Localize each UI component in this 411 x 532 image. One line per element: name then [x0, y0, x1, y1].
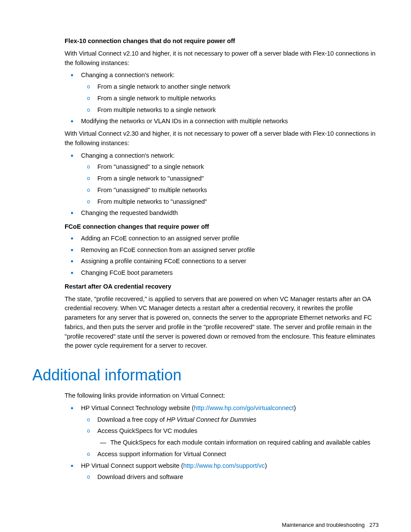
link-virtualconnect[interactable]: http://www.hp.com/go/virtualconnect: [194, 404, 294, 411]
heading-restart-oa: Restart after OA credential recovery: [65, 282, 379, 292]
list-item: Removing an FCoE connection from an assi…: [65, 246, 379, 255]
list-item-text: ): [294, 404, 296, 411]
content-block: Flex-10 connection changes that do not r…: [65, 37, 379, 351]
paragraph: With Virtual Connect v2.30 and higher, i…: [65, 129, 379, 148]
sublist: From a single network to another single …: [81, 82, 379, 115]
list-item-text: ): [265, 462, 267, 469]
section-title-additional-info: Additional information: [32, 364, 379, 387]
list-item-text: Changing a connection's network:: [81, 152, 174, 159]
list-item: Download a free copy of HP Virtual Conne…: [81, 415, 379, 425]
heading-flex10-no-poweroff: Flex-10 connection changes that do not r…: [65, 37, 379, 46]
sublist: Download drivers and software: [81, 473, 379, 482]
list-item: From a single network to multiple networ…: [81, 94, 379, 103]
list: Changing a connection's network: From "u…: [65, 151, 379, 218]
sublist: From "unassigned" to a single network Fr…: [81, 162, 379, 206]
italic-text: HP Virtual Connect for Dummies: [166, 416, 256, 423]
list-item: Changing a connection's network: From a …: [65, 71, 379, 115]
list-item-text: Download a free copy of: [97, 416, 166, 423]
list-item-text: Changing a connection's network:: [81, 72, 174, 78]
list-item: Modifying the networks or VLAN IDs in a …: [65, 117, 379, 126]
list-item-text: HP Virtual Connect support website (: [81, 462, 183, 469]
list-item-text: Access QuickSpecs for VC modules: [97, 427, 197, 434]
paragraph: The following links provide information …: [65, 391, 379, 401]
list-item: Assigning a profile containing FCoE conn…: [65, 257, 379, 266]
list-item: HP Virtual Connect Technology website (h…: [65, 404, 379, 459]
list-item: HP Virtual Connect support website (http…: [65, 461, 379, 482]
list: Adding an FCoE connection to an assigned…: [65, 234, 379, 278]
heading-fcoe-poweroff: FCoE connection changes that require pow…: [65, 222, 379, 232]
paragraph: The state, "profile recovered," is appli…: [65, 295, 379, 351]
list: HP Virtual Connect Technology website (h…: [65, 404, 379, 482]
list-item: From multiple networks to a single netwo…: [81, 106, 379, 115]
list-item: The QuickSpecs for each module contain i…: [97, 438, 379, 448]
list-item: Changing FCoE boot parameters: [65, 268, 379, 278]
content-block: The following links provide information …: [65, 391, 379, 482]
list-item: From a single network to another single …: [81, 82, 379, 92]
sublist: Download a free copy of HP Virtual Conne…: [81, 415, 379, 459]
list-item: Download drivers and software: [81, 473, 379, 482]
page-footer: Maintenance and troubleshooting 273: [32, 521, 379, 529]
link-support-vc[interactable]: http://www.hp.com/support/vc: [183, 462, 265, 469]
list-item: Access QuickSpecs for VC modules The Qui…: [81, 426, 379, 448]
footer-section: Maintenance and troubleshooting: [282, 522, 364, 528]
list-item: Adding an FCoE connection to an assigned…: [65, 234, 379, 243]
page: Flex-10 connection changes that do not r…: [0, 0, 411, 532]
list-item-text: HP Virtual Connect Technology website (: [81, 404, 194, 411]
list-item: Changing a connection's network: From "u…: [65, 151, 379, 207]
list-item: From a single network to "unassigned": [81, 174, 379, 184]
list-item: From multiple networks to "unassigned": [81, 197, 379, 207]
paragraph: With Virtual Connect v2.10 and higher, i…: [65, 49, 379, 68]
list-item: From "unassigned" to a single network: [81, 162, 379, 172]
list-item: Changing the requested bandwidth: [65, 208, 379, 218]
list-item: Access support information for Virtual C…: [81, 450, 379, 459]
list: Changing a connection's network: From a …: [65, 71, 379, 126]
sublist: The QuickSpecs for each module contain i…: [97, 438, 379, 448]
page-number: 273: [369, 522, 379, 528]
list-item: From "unassigned" to multiple networks: [81, 186, 379, 195]
